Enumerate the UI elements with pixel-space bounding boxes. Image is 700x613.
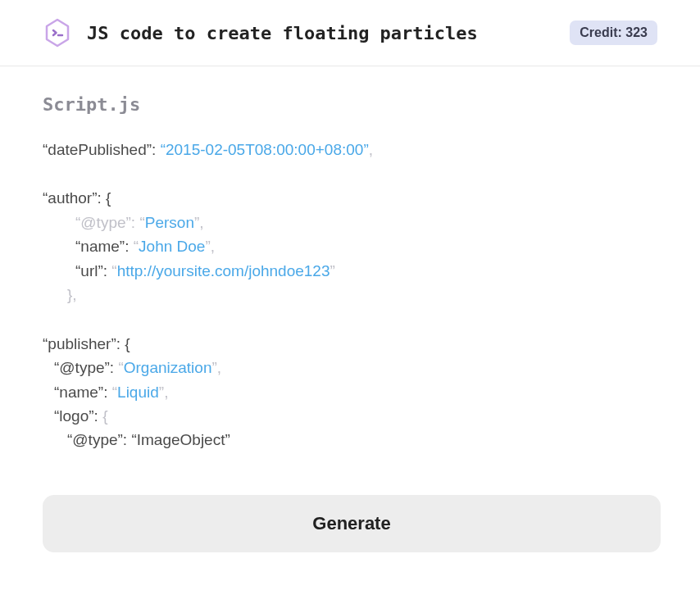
code-line: “publisher”: { [43, 332, 657, 356]
app-header: JS code to create floating particles Cre… [0, 0, 700, 66]
code-line: “name”: “John Doe”, [43, 234, 657, 258]
credit-badge: Credit: 323 [570, 20, 657, 45]
main-content: Script.js “datePublished”: “2015-02-05T0… [0, 66, 700, 552]
page-title: JS code to create floating particles [87, 23, 555, 43]
app-logo-icon [43, 18, 72, 48]
code-block: “datePublished”: “2015-02-05T08:00:00+08… [43, 138, 657, 452]
code-line: “@type”: “Person”, [43, 211, 657, 234]
svg-marker-0 [47, 20, 68, 46]
code-line: “url”: “http://yoursite.com/johndoe123” [43, 259, 657, 283]
generate-button[interactable]: Generate [43, 495, 661, 552]
code-line: “@type”: “Organization”, [43, 356, 657, 379]
code-line: }, [43, 283, 657, 306]
code-line: “datePublished”: “2015-02-05T08:00:00+08… [43, 138, 657, 161]
code-line: “logo”: { [43, 404, 657, 428]
filename-label: Script.js [43, 94, 657, 115]
code-line: “name”: “Liquid”, [43, 380, 657, 404]
code-line: “author”: { [43, 186, 657, 210]
code-line: “@type”: “ImageObject” [43, 428, 657, 452]
